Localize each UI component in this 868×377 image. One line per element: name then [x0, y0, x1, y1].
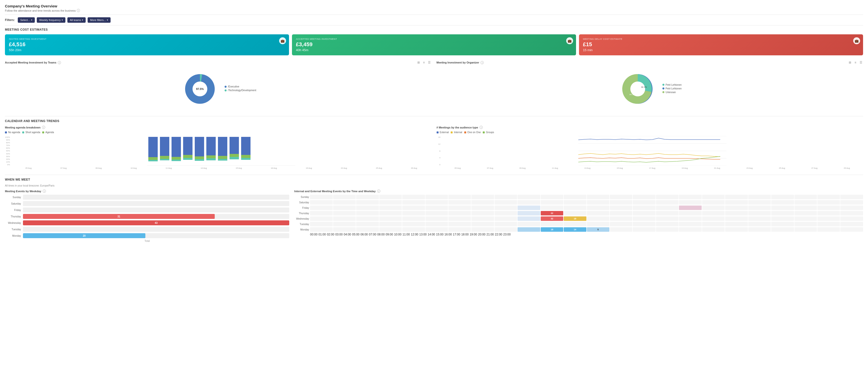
- svg-rect-21: [195, 156, 204, 159]
- heatmap-cell: [356, 227, 379, 232]
- when-charts-row: Meeting Events by Weekday i Sunday Satur…: [5, 190, 863, 242]
- heatmap-cell: [656, 216, 678, 221]
- teams-legend-tech: /Technology/Development: [225, 89, 256, 92]
- calendar-section-title: CALENDAR AND MEETING TRENDS: [5, 119, 863, 123]
- teams-chart-info-icon[interactable]: i: [58, 61, 61, 64]
- heatmap-cell: [656, 195, 678, 199]
- thursday-bar-fill: 31: [23, 214, 215, 219]
- heatmap-cell: [587, 216, 609, 221]
- heatmap-chart-info-icon[interactable]: i: [377, 190, 380, 193]
- select-filter-btn[interactable]: Select... ▾: [18, 17, 35, 23]
- heatmap-cell: [518, 200, 540, 205]
- unknown-label: Unknown: [665, 91, 676, 94]
- organizer-chart-view-btn[interactable]: ⊞: [848, 60, 852, 65]
- heatmap-cell: [633, 211, 655, 215]
- heatmap-cell: [310, 195, 333, 199]
- heatmap-cell: [518, 206, 540, 210]
- when-section-subtitle: All times in your local timezone: Europe…: [5, 184, 863, 187]
- cost-section-title: MEETING COST ESTIMATES: [5, 28, 863, 31]
- heatmap-chart: Internal and External Meeting Events by …: [294, 190, 863, 242]
- agenda-legend: No agenda Short agenda Agenda: [5, 131, 432, 135]
- heatmap-cell: [518, 222, 540, 226]
- heatmap-cell: [748, 200, 771, 205]
- organizer-chart-filter-btn[interactable]: ≡: [853, 60, 858, 65]
- no-agenda-legend: No agenda: [5, 131, 20, 134]
- heatmap-cell: [402, 206, 425, 210]
- invited-card-icon: 💼: [279, 37, 286, 44]
- heatmap-cell: [748, 227, 771, 232]
- heatmap-cell: [541, 195, 563, 199]
- select-filter-label: Select...: [20, 19, 30, 22]
- accepted-cost-card: ACCEPTED MEETING INVESTMENT £3,459 40h 4…: [292, 34, 576, 55]
- heatmap-cell: [402, 222, 425, 226]
- svg-rect-27: [218, 156, 227, 159]
- heatmap-time-axis: 00:00 01:00 02:00 03:00 04:00 05:00 06:0…: [310, 233, 863, 236]
- heatmap-cell: [633, 195, 655, 199]
- heatmap-cell: [564, 200, 586, 205]
- heatmap-cell: [379, 222, 402, 226]
- heatmap-cell: [356, 216, 379, 221]
- heatmap-cell: [771, 195, 794, 199]
- more-filters-btn[interactable]: More filters... ▾: [88, 17, 111, 23]
- heatmap-cell: [679, 222, 702, 226]
- agenda-chart-info-icon[interactable]: i: [42, 126, 45, 129]
- accepted-card-icon: 💼: [566, 37, 573, 44]
- thursday-label: Thursday: [5, 215, 21, 218]
- weekday-chart-info-icon[interactable]: i: [43, 190, 46, 193]
- audience-chart-info-icon[interactable]: i: [479, 126, 483, 129]
- heatmap-cell: [725, 206, 748, 210]
- heatmap-cell: [310, 216, 333, 221]
- one-on-one-dot: [464, 132, 466, 134]
- teams-chart-title: Accepted Meeting Investment by Teams: [5, 61, 56, 64]
- frequency-filter-btn[interactable]: Weekly frequency ▾: [37, 17, 65, 23]
- heatmap-cell: [610, 222, 632, 226]
- bar-chart-inner: 05 Aug 07 Aug 08 Aug 10 Aug 11 Aug 14 Au…: [11, 136, 431, 170]
- calendar-divider: [5, 116, 863, 116]
- heatmap-cell: [795, 200, 817, 205]
- svg-rect-12: [160, 156, 169, 159]
- frequency-chevron-icon: ▾: [62, 19, 63, 21]
- teams-filter-btn[interactable]: All teams ▾: [67, 17, 86, 23]
- heatmap-cell: [471, 206, 494, 210]
- heatmap-cell-mon-10: 18: [541, 227, 563, 232]
- heatmap-cell: [610, 216, 632, 221]
- heatmap-sunday: Sunday: [294, 195, 863, 199]
- heatmap-chart-title: Internal and External Meeting Events by …: [294, 190, 376, 193]
- teams-chart-view-btn[interactable]: ⊞: [416, 60, 421, 65]
- subtitle-info-icon[interactable]: i: [77, 9, 80, 12]
- svg-rect-33: [241, 155, 250, 158]
- svg-rect-17: [183, 158, 192, 160]
- wednesday-bar-fill: 43: [23, 221, 289, 225]
- heatmap-cell: [725, 200, 748, 205]
- heatmap-cell: [771, 200, 794, 205]
- heatmap-cell: [426, 206, 448, 210]
- organizer-chart-info-icon[interactable]: i: [480, 61, 484, 64]
- teams-chart-filter-btn[interactable]: ≡: [422, 60, 426, 65]
- calendar-charts-row: Meeting agenda breakdown i No agenda Sho…: [5, 126, 863, 170]
- agenda-chart-title: Meeting agenda breakdown: [5, 126, 40, 129]
- heatmap-cell: [840, 200, 863, 205]
- heatmap-cell: [310, 206, 333, 210]
- organizer-chart-list-btn[interactable]: ☰: [859, 60, 863, 65]
- heatmap-cell: [518, 216, 540, 221]
- more-filters-label: More filters...: [90, 19, 106, 22]
- heatmap-cell: [448, 211, 471, 215]
- organizer-pie-chart-container: Meeting Investment by Organizer i ⊞ ≡ ☰: [437, 60, 863, 111]
- heatmap-cell: [679, 227, 702, 232]
- heatmap-wednesday-cells: 32 18: [310, 216, 863, 221]
- agenda-bar-chart: Meeting agenda breakdown i No agenda Sho…: [5, 126, 432, 170]
- teams-chart-list-btn[interactable]: ☰: [427, 60, 432, 65]
- teams-chart-actions: ⊞ ≡ ☰: [416, 60, 432, 65]
- groups-dot: [483, 132, 485, 134]
- heatmap-wednesday-label: Wednesday: [294, 218, 309, 220]
- heatmap-cell: [817, 195, 840, 199]
- svg-rect-15: [172, 157, 181, 160]
- delay-card-sub: 15 min: [583, 48, 859, 52]
- heatmap-cell: [518, 227, 540, 232]
- heatmap-tuesday-label: Tuesday: [294, 223, 309, 226]
- teams-pie-svg: 97.5%: [180, 69, 220, 109]
- heatmap-cell: [748, 195, 771, 199]
- heatmap-cell: [702, 195, 724, 199]
- organizer-legend: Petri Lehtonen Petri Lehtonen Unknown: [662, 84, 682, 95]
- heatmap-cell: [495, 200, 517, 205]
